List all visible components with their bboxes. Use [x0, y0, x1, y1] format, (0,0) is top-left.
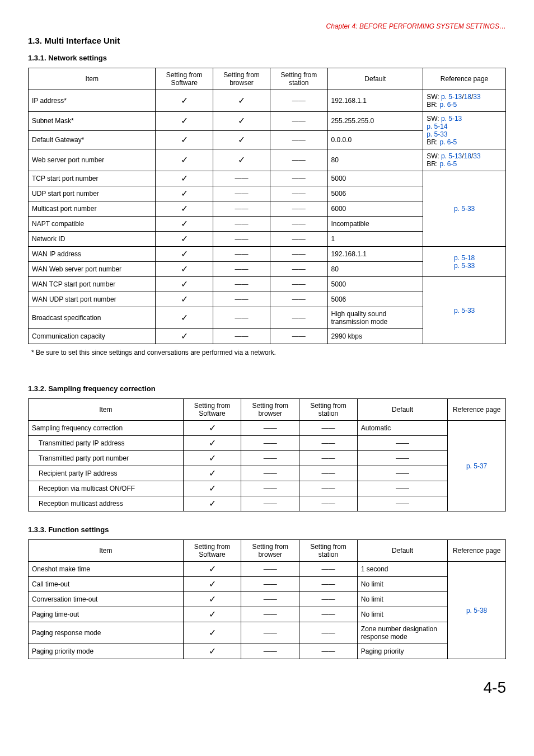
- table-header: Setting from Software: [156, 68, 213, 90]
- table-cell: ——: [299, 577, 358, 592]
- table-header: Setting from browser: [241, 540, 299, 562]
- table-cell: Call time-out: [29, 577, 184, 592]
- table-cell: 1 second: [357, 562, 447, 577]
- page-link[interactable]: p. 5-33: [454, 205, 475, 213]
- table-cell: WAN IP address: [29, 247, 156, 262]
- page-link[interactable]: p. 5-33: [454, 262, 475, 270]
- reference-cell: p. 5-33: [423, 277, 506, 344]
- page-link[interactable]: p. 5-33: [454, 307, 475, 314]
- network-settings-table: ItemSetting from SoftwareSetting from br…: [28, 68, 506, 344]
- table-cell: IP address*: [29, 90, 156, 112]
- page-link[interactable]: p. 5-38: [466, 607, 487, 614]
- table-cell: Broadcast specification: [29, 307, 156, 329]
- table-cell: ——: [213, 292, 270, 307]
- table-cell: ✓: [156, 262, 213, 277]
- page-link[interactable]: 18: [464, 93, 471, 101]
- table-cell: Paging time-out: [29, 607, 184, 622]
- page-link[interactable]: 33: [473, 93, 480, 101]
- page-link[interactable]: 18: [464, 152, 471, 160]
- table-cell: ——: [241, 607, 299, 622]
- table-cell: WAN UDP start port number: [29, 292, 156, 307]
- table-cell: Web server port number: [29, 149, 156, 171]
- table-cell: TCP start port number: [29, 171, 156, 186]
- table-cell: ✓: [156, 277, 213, 292]
- table-row: TCP start port number✓————5000p. 5-33: [29, 171, 506, 186]
- table-cell: ——: [241, 644, 299, 659]
- table-cell: 5000: [327, 171, 423, 186]
- page-link[interactable]: p. 5-37: [466, 462, 487, 470]
- table-cell: Conversation time-out: [29, 592, 184, 607]
- table-cell: ——: [241, 481, 299, 496]
- table-cell: ——: [270, 171, 327, 186]
- network-settings-footnote: * Be sure to set this since settings and…: [31, 349, 506, 356]
- table-cell: ——: [270, 329, 327, 344]
- table-cell: 192.168.1.1: [327, 247, 423, 262]
- table-cell: ✓: [156, 201, 213, 217]
- table-cell: ✓: [183, 436, 241, 451]
- table-header: Setting from browser: [241, 399, 299, 421]
- table-cell: ✓: [156, 130, 213, 149]
- table-cell: ✓: [156, 90, 213, 112]
- table-cell: ——: [299, 644, 358, 659]
- table-cell: ——: [270, 201, 327, 217]
- table-header: Default: [357, 399, 447, 421]
- table-cell: ——: [270, 247, 327, 262]
- table-cell: ——: [270, 277, 327, 292]
- table-row: Reception via multicast ON/OFF✓——————: [29, 481, 506, 496]
- page-link[interactable]: p. 5-18: [454, 254, 475, 262]
- table-header: Setting from station: [299, 399, 358, 421]
- page-link[interactable]: p. 6-5: [439, 160, 457, 168]
- table-cell: ✓: [156, 247, 213, 262]
- page-link[interactable]: p. 6-5: [439, 101, 457, 109]
- table-cell: ——: [213, 217, 270, 232]
- table-cell: No limit: [357, 577, 447, 592]
- page-link[interactable]: p. 5-13: [441, 152, 462, 160]
- table-cell: ——: [270, 130, 327, 149]
- table-cell: 1: [327, 232, 423, 247]
- table-header: Setting from Software: [183, 540, 241, 562]
- page-link[interactable]: 33: [473, 152, 480, 160]
- table-header: Setting from browser: [213, 68, 270, 90]
- table-cell: ——: [213, 307, 270, 329]
- table-cell: Automatic: [357, 421, 447, 436]
- page-link[interactable]: p. 5-13: [441, 115, 462, 123]
- table-cell: ——: [299, 592, 358, 607]
- table-row: Conversation time-out✓————No limit: [29, 592, 506, 607]
- table-header: Setting from station: [299, 540, 358, 562]
- table-cell: Oneshot make time: [29, 562, 184, 577]
- table-cell: ✓: [213, 149, 270, 171]
- table-row: WAN TCP start port number✓————5000p. 5-3…: [29, 277, 506, 292]
- reference-cell: SW: p. 5-13 p. 5-14 p. 5-33 BR: p. 6-5: [423, 112, 506, 149]
- table-header: Item: [29, 540, 184, 562]
- table-cell: ✓: [156, 292, 213, 307]
- table-cell: ——: [270, 292, 327, 307]
- page-link[interactable]: p. 5-13: [441, 93, 462, 101]
- table-row: Oneshot make time✓————1 secondp. 5-38: [29, 562, 506, 577]
- table-header: Item: [29, 399, 184, 421]
- table-cell: ——: [299, 496, 358, 511]
- reference-cell: p. 5-33: [423, 171, 506, 247]
- table-cell: ✓: [183, 421, 241, 436]
- table-cell: ——: [357, 481, 447, 496]
- table-cell: ✓: [156, 112, 213, 131]
- table-header: Setting from Software: [183, 399, 241, 421]
- table-cell: Network ID: [29, 232, 156, 247]
- table-row: Subnet Mask*✓✓——255.255.255.0SW: p. 5-13…: [29, 112, 506, 131]
- sampling-freq-table: ItemSetting from SoftwareSetting from br…: [28, 398, 506, 511]
- table-header: Reference page: [448, 540, 506, 562]
- table-cell: No limit: [357, 607, 447, 622]
- table-cell: ——: [213, 277, 270, 292]
- network-settings-heading: 1.3.1. Network settings: [28, 54, 506, 62]
- table-cell: ——: [357, 451, 447, 466]
- page-link[interactable]: p. 5-14: [427, 123, 447, 130]
- table-cell: ✓: [156, 232, 213, 247]
- table-cell: ✓: [156, 186, 213, 201]
- table-cell: ✓: [183, 607, 241, 622]
- table-cell: Paging priority mode: [29, 644, 184, 659]
- function-settings-heading: 1.3.3. Function settings: [28, 525, 506, 534]
- table-cell: 192.168.1.1: [327, 90, 423, 112]
- page-link[interactable]: p. 6-5: [439, 138, 457, 146]
- table-cell: ——: [299, 466, 358, 481]
- table-cell: ——: [241, 562, 299, 577]
- page-link[interactable]: p. 5-33: [427, 130, 447, 138]
